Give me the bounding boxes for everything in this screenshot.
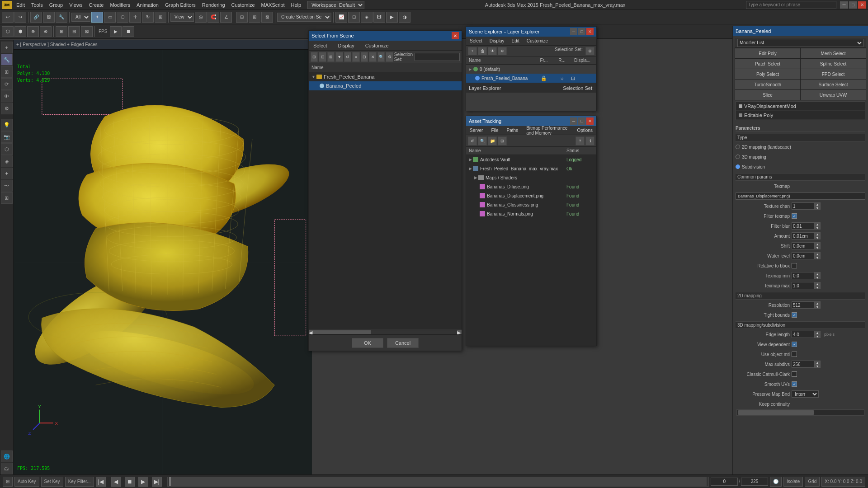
menu-modifiers[interactable]: Modifiers (107, 1, 133, 9)
stack-vray-disp[interactable]: VRayDisplacementMod (736, 102, 865, 111)
sidebar-geo[interactable]: ⬡ (1, 143, 13, 155)
tree-expand-root[interactable]: ▼ (311, 75, 316, 79)
menu-create[interactable]: Create (86, 1, 106, 9)
redo-btn[interactable]: ↪ (14, 12, 26, 23)
texmap-min-down[interactable]: ▼ (814, 276, 821, 279)
water-level-input[interactable] (792, 252, 814, 259)
scene-tree[interactable]: ▼ Fresh_Peeled_Banana Banana_Peeled (309, 72, 462, 329)
move-btn[interactable]: ✛ (129, 12, 141, 23)
menu-group[interactable]: Group (47, 1, 66, 9)
select-hier-btn[interactable]: ⊡ (361, 52, 368, 62)
select-lasso-btn[interactable]: ⬡ (117, 12, 128, 23)
layer-explorer-max[interactable]: □ (578, 28, 585, 35)
menu-customize[interactable]: Customize (229, 1, 258, 9)
layer-new-btn[interactable]: + (468, 47, 477, 55)
mod-turbosmooth[interactable]: TurboSmooth (735, 80, 800, 89)
use-object-mtl-check[interactable] (792, 352, 797, 357)
amount-down[interactable]: ▼ (814, 236, 821, 239)
tight-bounds-check[interactable] (792, 312, 797, 318)
select-menu-customize[interactable]: Customize (363, 42, 392, 49)
status-set-key[interactable]: Set Key (41, 477, 63, 487)
asset-maps-folder[interactable]: ▶ Maps / Shaders (466, 173, 596, 182)
status-isolate[interactable]: Isolate (783, 477, 803, 487)
layer-menu-display[interactable]: Display (488, 38, 506, 44)
workspace-selector[interactable]: Workspace: Default (307, 1, 364, 9)
total-frames-input[interactable] (741, 478, 768, 486)
menu-graph-editors[interactable]: Graph Editors (162, 1, 198, 9)
layer-explorer-min[interactable]: ─ (570, 28, 577, 35)
layer-freeze-btn[interactable]: ❄ (498, 47, 507, 55)
tree-root[interactable]: ▼ Fresh_Peeled_Banana (309, 72, 462, 81)
undo-btn[interactable]: ↩ (2, 12, 14, 23)
filter-blur-up[interactable]: ▲ (814, 222, 821, 226)
play-btn[interactable]: ▶ (138, 477, 148, 487)
curve-editor-btn[interactable]: 📈 (335, 12, 347, 23)
layer-expand[interactable]: ▶ (469, 67, 472, 71)
layer-hide-btn[interactable]: 👁 (488, 47, 497, 55)
timeline[interactable] (167, 477, 709, 487)
pivot-btn[interactable]: ◎ (195, 12, 207, 23)
scroll-left[interactable]: ◀ (309, 330, 313, 334)
material-editor-btn[interactable]: ◈ (361, 12, 373, 23)
menu-animation[interactable]: Animation (134, 1, 161, 9)
prev-key-btn[interactable]: |◀ (96, 477, 106, 487)
named-selection-set[interactable]: Create Selection Se... (277, 13, 331, 22)
select-search-btn[interactable]: 🔍 (377, 52, 385, 62)
sidebar-system[interactable]: ⊞ (1, 192, 13, 204)
max-expand[interactable]: ▶ (469, 166, 472, 171)
align-btn[interactable]: ⊞ (249, 12, 260, 23)
ok-button[interactable]: OK (352, 338, 383, 348)
nav-prev[interactable]: |◀ (96, 477, 109, 487)
selection-set-input[interactable] (415, 53, 460, 61)
amount-input[interactable] (792, 232, 814, 239)
activeShade-btn[interactable]: ◑ (399, 12, 410, 23)
link-btn[interactable]: 🔗 (30, 12, 42, 23)
max-subdivs-up[interactable]: ▲ (814, 361, 821, 364)
mod-surface-select[interactable]: Surface Select (801, 80, 866, 89)
edge-length-up[interactable]: ▲ (814, 331, 821, 334)
rotate-btn[interactable]: ↻ (142, 12, 154, 23)
view-selector[interactable]: View (170, 13, 194, 22)
maps-expand[interactable]: ▶ (474, 175, 477, 180)
asset-menu-bitmap[interactable]: Bitmap Performance and Memory (524, 125, 571, 136)
asset-table[interactable]: ⊞ (498, 136, 507, 145)
main-viewport[interactable]: + [ Perspective ] Shaded + Edged Faces (14, 40, 312, 474)
status-key-filter[interactable]: Key Filter... (65, 477, 94, 487)
vp-layout[interactable]: ⊟ (68, 26, 80, 37)
layer-item-banana[interactable]: Fresh_Peeled_Banana 🔒 ☼ ⊡ (466, 74, 596, 83)
vault-expand[interactable]: ▶ (469, 157, 472, 162)
scroll-thumb[interactable] (313, 330, 371, 334)
amount-up[interactable]: ▲ (814, 232, 821, 236)
asset-tex-glossiness[interactable]: Bananas_Glossiness.png Found (466, 200, 596, 209)
select-scene-close[interactable]: ✕ (452, 32, 459, 39)
bind-btn[interactable]: 🔧 (56, 12, 67, 23)
resolution-down[interactable]: ▼ (814, 305, 821, 309)
max-subdivs-input[interactable] (792, 361, 814, 368)
layer-menu-customize[interactable]: Customize (525, 38, 550, 44)
select-invert-btn[interactable]: ⊠ (327, 52, 335, 62)
snap2d-btn[interactable]: ⬢ (14, 26, 26, 37)
asset-menu-paths[interactable]: Paths (505, 127, 520, 133)
select-all-btn[interactable]: ⊞ (311, 52, 318, 62)
sidebar-utilities[interactable]: ⚙ (1, 103, 13, 114)
vp-safeframe[interactable]: ⊠ (81, 26, 93, 37)
current-frame-input[interactable] (711, 478, 738, 486)
sidebar-explorer[interactable]: 🗂 (1, 463, 13, 474)
asset-max[interactable]: □ (578, 117, 585, 125)
radio-2d[interactable] (736, 145, 740, 149)
asset-menu-file[interactable]: File (489, 127, 500, 133)
relative-bbox-check[interactable] (792, 263, 797, 268)
status-time-config[interactable]: 🕐 (770, 477, 782, 487)
texmap-max-up[interactable]: ▲ (814, 282, 821, 286)
tex-chan-input[interactable] (792, 202, 814, 210)
params-scroll-thumb[interactable] (738, 410, 814, 415)
asset-folder[interactable]: 📁 (488, 136, 497, 145)
sidebar-create[interactable]: + (1, 42, 13, 53)
mod-edit-poly[interactable]: Edit Poly (735, 48, 800, 58)
asset-tex-displacement[interactable]: Bananas_Displacement.png Found (466, 191, 596, 200)
texmap-max-down[interactable]: ▼ (814, 286, 821, 289)
menu-maxscript[interactable]: MAXScript (259, 1, 288, 9)
sidebar-particle[interactable]: ✦ (1, 168, 13, 179)
menu-help[interactable]: Help (288, 1, 304, 9)
mod-spline-select[interactable]: Spline Select (801, 59, 866, 69)
